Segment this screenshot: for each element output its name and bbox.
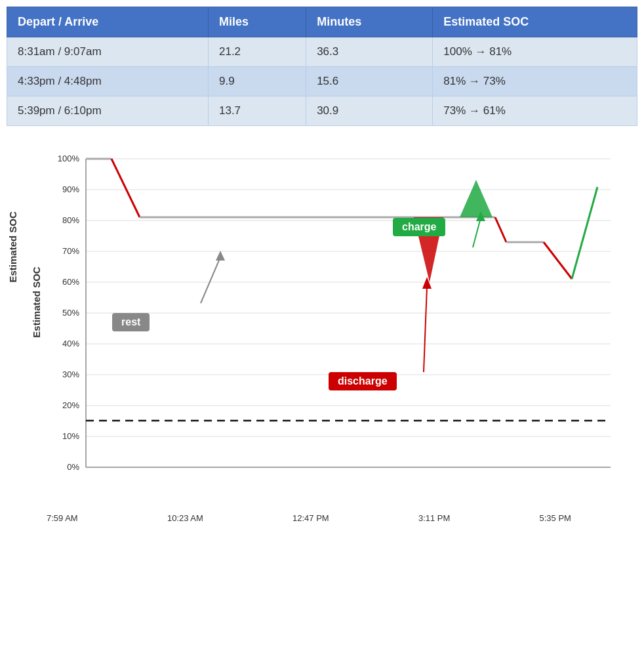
y-axis-label-text: Estimated SOC xyxy=(7,211,18,282)
svg-text:20%: 20% xyxy=(62,400,79,410)
svg-line-37 xyxy=(424,287,427,372)
cell-soc-1: 100% → 81% xyxy=(433,37,637,67)
x-axis-labels: 7:59 AM 10:23 AM 12:47 PM 3:11 PM 5:35 P… xyxy=(47,513,571,523)
cell-miles-1: 21.2 xyxy=(208,37,306,67)
soc-chart: Estimated SOC 100% 90% 80% 70% 60% 50% 4… xyxy=(7,146,637,526)
svg-line-33 xyxy=(201,257,220,303)
cell-depart-arrive-3: 5:39pm / 6:10pm xyxy=(7,96,209,126)
table-row: 5:39pm / 6:10pm 13.7 30.9 73% → 61% xyxy=(7,96,637,126)
charge-annotation: charge xyxy=(393,218,445,236)
cell-soc-2: 81% → 73% xyxy=(433,67,637,96)
col-header-minutes: Minutes xyxy=(306,7,433,37)
trip-table: Depart / Arrive Miles Minutes Estimated … xyxy=(7,7,637,126)
cell-minutes-2: 15.6 xyxy=(306,67,433,96)
svg-text:90%: 90% xyxy=(62,184,79,194)
svg-text:30%: 30% xyxy=(62,369,79,379)
x-label-1: 7:59 AM xyxy=(47,513,78,523)
col-header-depart-arrive: Depart / Arrive xyxy=(7,7,209,37)
x-label-2: 10:23 AM xyxy=(167,513,203,523)
table-row: 4:33pm / 4:48pm 9.9 15.6 81% → 73% xyxy=(7,67,637,96)
svg-line-25 xyxy=(111,159,140,217)
x-label-3: 12:47 PM xyxy=(292,513,329,523)
x-label-5: 5:35 PM xyxy=(540,513,571,523)
svg-line-30 xyxy=(572,187,597,279)
cell-depart-arrive-2: 4:33pm / 4:48pm xyxy=(7,67,209,96)
col-header-soc: Estimated SOC xyxy=(433,7,637,37)
svg-line-27 xyxy=(495,217,506,242)
col-header-miles: Miles xyxy=(208,7,306,37)
svg-text:50%: 50% xyxy=(62,308,79,318)
table-row: 8:31am / 9:07am 21.2 36.3 100% → 81% xyxy=(7,37,637,67)
svg-line-29 xyxy=(544,242,572,279)
svg-marker-34 xyxy=(216,251,225,261)
svg-text:100%: 100% xyxy=(58,154,80,163)
svg-text:60%: 60% xyxy=(62,277,79,287)
svg-text:70%: 70% xyxy=(62,246,79,256)
svg-text:40%: 40% xyxy=(62,339,79,348)
rest-annotation: rest xyxy=(112,313,150,331)
cell-miles-2: 9.9 xyxy=(208,67,306,96)
cell-minutes-3: 30.9 xyxy=(306,96,433,126)
cell-depart-arrive-1: 8:31am / 9:07am xyxy=(7,37,209,67)
x-label-4: 3:11 PM xyxy=(418,513,450,523)
y-axis-label: Estimated SOC xyxy=(31,266,42,337)
svg-marker-32 xyxy=(460,180,493,217)
svg-line-35 xyxy=(473,218,481,247)
discharge-annotation: discharge xyxy=(329,372,397,390)
svg-text:10%: 10% xyxy=(62,431,79,441)
svg-text:0%: 0% xyxy=(67,462,79,472)
cell-miles-3: 13.7 xyxy=(208,96,306,126)
svg-text:80%: 80% xyxy=(62,215,79,225)
cell-soc-3: 73% → 61% xyxy=(433,96,637,126)
cell-minutes-1: 36.3 xyxy=(306,37,433,67)
